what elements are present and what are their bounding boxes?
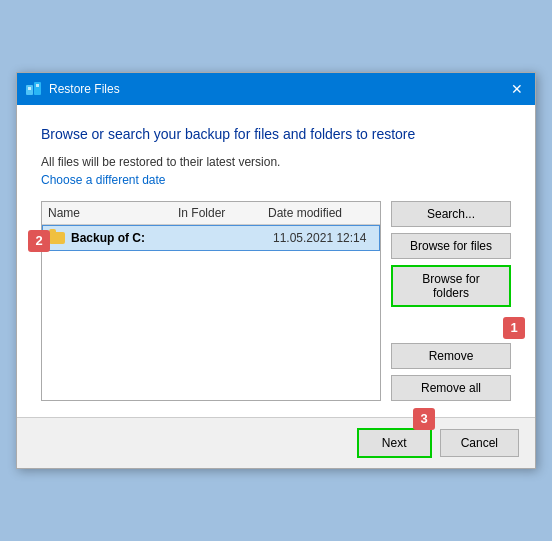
folder-icon — [49, 232, 65, 244]
title-bar-text: Restore Files — [49, 82, 507, 96]
title-bar: Restore Files ✕ — [17, 73, 535, 105]
choose-date-link[interactable]: Choose a different date — [41, 173, 511, 187]
file-list-header: Name In Folder Date modified — [42, 202, 380, 225]
cancel-button[interactable]: Cancel — [440, 429, 519, 457]
table-row[interactable]: Backup of C: 11.05.2021 12:14 — [42, 225, 380, 251]
page-title: Browse or search your backup for files a… — [41, 125, 511, 145]
svg-rect-1 — [34, 82, 41, 95]
subtitle-text: All files will be restored to their late… — [41, 155, 511, 169]
column-header-folder: In Folder — [178, 206, 268, 220]
column-header-date: Date modified — [268, 206, 374, 220]
column-header-name: Name — [48, 206, 178, 220]
file-list-container: 2 Name In Folder Date modified Backup of… — [41, 201, 381, 401]
search-button[interactable]: Search... — [391, 201, 511, 227]
svg-rect-3 — [36, 84, 39, 87]
window-icon — [25, 80, 43, 98]
file-list-body: Backup of C: 11.05.2021 12:14 — [42, 225, 380, 400]
row-name: Backup of C: — [71, 231, 183, 245]
middle-section: 2 Name In Folder Date modified Backup of… — [41, 201, 511, 401]
close-button[interactable]: ✕ — [507, 79, 527, 99]
row-date: 11.05.2021 12:14 — [273, 231, 373, 245]
main-content: Browse or search your backup for files a… — [17, 105, 535, 417]
restore-files-window: Restore Files ✕ Browse or search your ba… — [16, 72, 536, 469]
svg-rect-2 — [28, 87, 31, 90]
browse-folders-button[interactable]: Browse for folders — [391, 265, 511, 307]
action-buttons: 1 Search... Browse for files Browse for … — [391, 201, 511, 401]
remove-all-button[interactable]: Remove all — [391, 375, 511, 401]
remove-button[interactable]: Remove — [391, 343, 511, 369]
bottom-bar: 3 Next Cancel — [17, 417, 535, 468]
next-button[interactable]: Next — [357, 428, 432, 458]
browse-files-button[interactable]: Browse for files — [391, 233, 511, 259]
